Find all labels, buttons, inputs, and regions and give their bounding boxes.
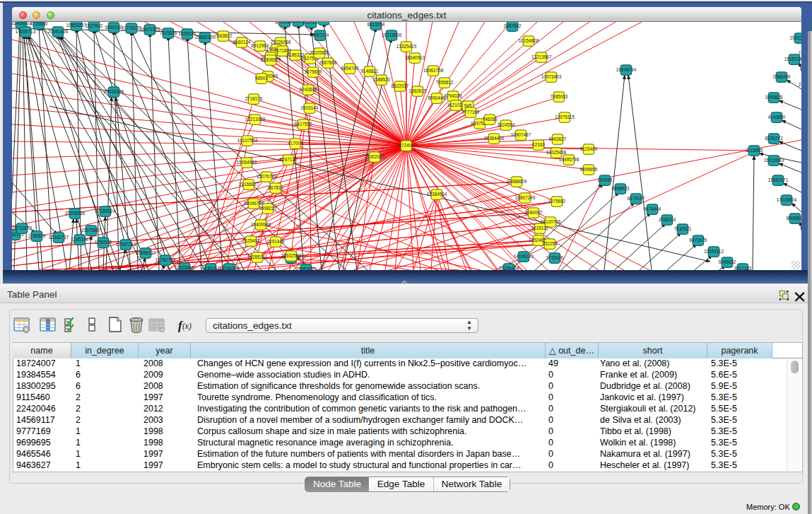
svg-text:9777169: 9777169 <box>462 110 480 115</box>
svg-text:23226058: 23226058 <box>271 40 291 45</box>
svg-text:16107553: 16107553 <box>237 138 258 143</box>
svg-text:8813054: 8813054 <box>367 22 385 27</box>
svg-text:16648784: 16648784 <box>616 67 637 72</box>
svg-text:746266: 746266 <box>482 117 498 122</box>
svg-text:25025631: 25025631 <box>310 50 330 55</box>
svg-text:16782759: 16782759 <box>155 257 176 262</box>
svg-text:20053346: 20053346 <box>104 89 124 94</box>
svg-text:21200396: 21200396 <box>799 82 801 87</box>
svg-text:3215955: 3215955 <box>746 148 763 153</box>
svg-text:8806804: 8806804 <box>787 216 801 221</box>
svg-text:7957224: 7957224 <box>312 33 329 37</box>
svg-text:9146821: 9146821 <box>361 69 379 74</box>
svg-text:14196141: 14196141 <box>514 254 534 259</box>
svg-text:17957223: 17957223 <box>116 242 136 247</box>
svg-text:11923448: 11923448 <box>175 265 194 270</box>
svg-text:8454749: 8454749 <box>341 66 359 71</box>
svg-text:1839221: 1839221 <box>179 31 196 36</box>
svg-text:9217207: 9217207 <box>302 22 320 25</box>
svg-text:12213967: 12213967 <box>531 54 552 59</box>
svg-text:15076749: 15076749 <box>257 174 277 179</box>
svg-text:1362615: 1362615 <box>409 88 427 93</box>
svg-text:20691406: 20691406 <box>48 29 69 34</box>
svg-text:417004: 417004 <box>288 141 303 146</box>
svg-text:14055713: 14055713 <box>16 29 36 34</box>
svg-text:19166827: 19166827 <box>239 182 259 187</box>
svg-text:6679197: 6679197 <box>628 196 645 201</box>
svg-text:25882305: 25882305 <box>195 35 216 40</box>
svg-text:10025438: 10025438 <box>546 150 567 155</box>
svg-text:12213369: 12213369 <box>245 117 266 122</box>
svg-text:9463627: 9463627 <box>549 136 567 141</box>
svg-text:8471676: 8471676 <box>690 238 707 243</box>
svg-text:24532561: 24532561 <box>281 253 302 258</box>
svg-text:16210643: 16210643 <box>764 158 784 163</box>
svg-text:4735650: 4735650 <box>30 22 48 26</box>
svg-text:9242848: 9242848 <box>300 87 317 92</box>
svg-text:1527602: 1527602 <box>86 23 103 28</box>
svg-text:1588520: 1588520 <box>373 77 391 82</box>
svg-text:2867608: 2867608 <box>319 60 337 65</box>
svg-text:8336273: 8336273 <box>765 136 783 141</box>
svg-text:8958923: 8958923 <box>612 186 630 191</box>
svg-text:3624554: 3624554 <box>498 122 515 127</box>
svg-text:19384554: 19384554 <box>427 192 447 197</box>
svg-text:12342737: 12342737 <box>49 235 69 240</box>
svg-text:9084067: 9084067 <box>525 210 543 215</box>
svg-text:15692971: 15692971 <box>768 177 789 182</box>
svg-text:4143890: 4143890 <box>768 115 786 119</box>
svg-text:2487682: 2487682 <box>504 23 522 28</box>
svg-text:3498222: 3498222 <box>259 206 277 211</box>
svg-text:19218506: 19218506 <box>382 33 402 37</box>
svg-text:16961758: 16961758 <box>423 68 444 73</box>
svg-text:9115460: 9115460 <box>580 146 598 151</box>
svg-text:10719155: 10719155 <box>122 25 142 30</box>
svg-text:25302033: 25302033 <box>365 154 385 159</box>
svg-text:18807249: 18807249 <box>515 195 536 200</box>
svg-text:10688609: 10688609 <box>507 179 527 184</box>
svg-text:17359924: 17359924 <box>95 209 116 214</box>
svg-text:9245652: 9245652 <box>719 259 736 264</box>
svg-text:7485063: 7485063 <box>551 94 568 99</box>
svg-text:10853257: 10853257 <box>66 23 87 28</box>
svg-text:1615132: 1615132 <box>531 226 549 230</box>
svg-text:8427552: 8427552 <box>295 122 312 127</box>
svg-text:7515526: 7515526 <box>160 30 177 35</box>
svg-text:15157347: 15157347 <box>784 57 801 62</box>
svg-text:19654983: 19654983 <box>237 160 257 165</box>
svg-text:8660124: 8660124 <box>233 40 251 45</box>
svg-text:13325419: 13325419 <box>396 44 417 49</box>
svg-text:25711873: 25711873 <box>12 226 32 230</box>
svg-text:20206536: 20206536 <box>65 211 86 216</box>
svg-text:6466160: 6466160 <box>105 25 123 30</box>
svg-text:2066449: 2066449 <box>773 74 791 79</box>
svg-text:7955812: 7955812 <box>436 80 454 85</box>
svg-text:18640910: 18640910 <box>405 55 425 60</box>
svg-text:16046788: 16046788 <box>244 201 264 206</box>
svg-text:1691448: 1691448 <box>267 239 285 244</box>
svg-text:867833: 867833 <box>268 185 283 190</box>
svg-text:6794028: 6794028 <box>445 93 462 98</box>
svg-text:1999828: 1999828 <box>765 95 783 100</box>
svg-text:1250515: 1250515 <box>95 240 112 245</box>
svg-text:9474444: 9474444 <box>644 206 661 211</box>
svg-text:2603144: 2603144 <box>301 105 319 110</box>
svg-text:7632621: 7632621 <box>674 226 692 231</box>
svg-text:16671355: 16671355 <box>140 27 160 32</box>
svg-text:22455603: 22455603 <box>12 22 32 25</box>
svg-text:164095: 164095 <box>597 177 613 182</box>
svg-text:98901: 98901 <box>255 76 268 81</box>
svg-text:(x): (x) <box>182 322 192 331</box>
svg-text:17956909: 17956909 <box>799 50 801 55</box>
svg-text:10973493: 10973493 <box>541 74 562 79</box>
svg-text:20813640: 20813640 <box>790 35 801 40</box>
svg-text:7663822: 7663822 <box>215 33 233 38</box>
svg-text:1145194: 1145194 <box>71 237 89 242</box>
svg-text:1975692: 1975692 <box>548 199 566 204</box>
svg-text:22806503: 22806503 <box>261 57 281 62</box>
svg-text:10958107: 10958107 <box>136 250 156 255</box>
svg-text:8990448: 8990448 <box>428 95 446 100</box>
svg-text:1156829: 1156829 <box>28 233 46 238</box>
svg-text:2718176: 2718176 <box>245 96 263 101</box>
svg-text:10154808: 10154808 <box>519 38 539 43</box>
